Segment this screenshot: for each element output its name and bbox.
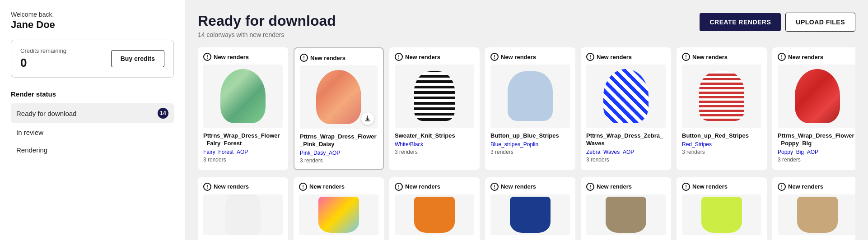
garment-image (508, 71, 553, 121)
product-sub-p3: White/Black (395, 141, 474, 148)
product-sub-p2: Pink_Dasy_AOP (300, 150, 378, 156)
product-card-p6[interactable]: ! New renders Button_up_Red_Stripes Red_… (677, 47, 767, 170)
product-image-p8 (203, 194, 283, 235)
new-renders-badge: ! New renders (299, 183, 378, 191)
sidebar: Welcome back, Jane Doe Credits remaining… (0, 0, 185, 240)
product-name-p6: Button_up_Red_Stripes (682, 132, 761, 140)
sidebar-item-in-review[interactable]: In review (11, 124, 174, 141)
new-renders-badge: ! New renders (300, 54, 378, 62)
new-renders-badge: ! New renders (395, 183, 474, 191)
alert-icon: ! (203, 53, 211, 61)
product-card-p11[interactable]: ! New renders (485, 177, 575, 240)
alert-icon: ! (778, 53, 786, 61)
garment-image (225, 194, 261, 235)
product-image-p1 (203, 65, 283, 128)
product-image-p7 (778, 65, 855, 128)
product-sub-p5: Zebra_Waves_AOP (586, 149, 666, 155)
nav-label-rendering: Rendering (16, 146, 47, 154)
product-card-p5[interactable]: ! New renders Pttrns_Wrap_Dress_Zebra_Wa… (581, 47, 671, 170)
sidebar-item-rendering[interactable]: Rendering (11, 142, 174, 158)
product-card-p13[interactable]: ! New renders (677, 177, 767, 240)
product-renders-p7: 3 renders (778, 157, 855, 163)
new-renders-badge: ! New renders (682, 53, 761, 61)
product-card-p9[interactable]: ! New renders (294, 177, 384, 240)
alert-icon: ! (490, 53, 499, 61)
create-renders-button[interactable]: CREATE RENDERS (700, 13, 781, 31)
garment-image (797, 197, 838, 233)
product-card-p14[interactable]: ! New renders (772, 177, 855, 240)
product-image-p9 (299, 194, 378, 235)
product-name-p7: Pttrns_Wrap_Dress_Flower_Poppy_Big (778, 132, 855, 148)
product-grid-row2: ! New renders ! New renders ! New render… (198, 177, 855, 240)
main-content: Ready for download 14 colorways with new… (185, 0, 868, 240)
alert-icon: ! (586, 183, 594, 191)
garment-image (316, 70, 361, 124)
new-renders-badge: ! New renders (778, 183, 855, 191)
product-card-p2[interactable]: ! New renders Pttrns_Wrap_Dress_Flower_P… (294, 47, 384, 170)
alert-icon: ! (299, 183, 307, 191)
garment-image (699, 71, 744, 121)
alert-icon: ! (300, 54, 308, 62)
product-sub-p7: Poppy_Big_AOP (778, 149, 855, 155)
product-image-p5 (586, 65, 666, 128)
garment-image (318, 197, 359, 233)
sidebar-item-ready-for-download[interactable]: Ready for download 14 (11, 103, 174, 123)
new-renders-badge: ! New renders (586, 53, 666, 61)
garment-image (701, 197, 742, 233)
garment-image (795, 69, 840, 123)
garment-image (510, 197, 551, 233)
new-renders-badge: ! New renders (203, 53, 283, 61)
product-card-p7[interactable]: ! New renders Pttrns_Wrap_Dress_Flower_P… (772, 47, 855, 170)
alert-icon: ! (490, 183, 499, 191)
product-name-p3: Sweater_Knit_Stripes (395, 132, 474, 140)
user-name: Jane Doe (11, 19, 174, 31)
product-image-p3 (395, 65, 474, 128)
header-buttons: CREATE RENDERS UPLOAD FILES (700, 13, 855, 32)
product-card-p8[interactable]: ! New renders (198, 177, 288, 240)
garment-image (606, 197, 646, 233)
new-renders-badge: ! New renders (203, 183, 283, 191)
credits-value: 0 (20, 56, 66, 70)
render-status-label: Render status (11, 90, 174, 98)
product-image-p4 (490, 65, 570, 128)
product-renders-p5: 3 renders (586, 157, 666, 163)
new-renders-badge: ! New renders (490, 183, 570, 191)
product-grid-row1: ! New renders Pttrns_Wrap_Dress_Flower_F… (198, 47, 855, 174)
product-card-p10[interactable]: ! New renders (389, 177, 480, 240)
new-renders-badge: ! New renders (586, 183, 666, 191)
garment-image (603, 69, 649, 123)
garment-image (220, 69, 266, 123)
nav-badge-ready: 14 (158, 108, 168, 119)
upload-files-button[interactable]: UPLOAD FILES (785, 13, 855, 32)
page-title: Ready for download (198, 13, 336, 29)
product-renders-p3: 3 renders (395, 149, 474, 155)
download-icon (361, 112, 374, 125)
product-image-p10 (395, 194, 474, 235)
buy-credits-button[interactable]: Buy credits (111, 50, 164, 67)
product-name-p4: Button_up_Blue_Stripes (490, 132, 570, 140)
product-card-p12[interactable]: ! New renders (581, 177, 671, 240)
alert-icon: ! (586, 53, 594, 61)
product-sub-p1: Fairy_Forest_AOP (203, 149, 283, 155)
product-renders-p1: 3 renders (203, 157, 283, 163)
product-image-p11 (490, 194, 570, 235)
product-card-p4[interactable]: ! New renders Button_up_Blue_Stripes Blu… (485, 47, 575, 170)
product-card-p3[interactable]: ! New renders Sweater_Knit_Stripes White… (389, 47, 480, 170)
garment-image (414, 71, 455, 121)
product-name-p1: Pttrns_Wrap_Dress_Flower_Fairy_Forest (203, 132, 283, 148)
product-renders-p4: 3 renders (490, 149, 570, 155)
new-renders-badge: ! New renders (778, 53, 855, 61)
product-card-p1[interactable]: ! New renders Pttrns_Wrap_Dress_Flower_F… (198, 47, 288, 170)
product-sub-p6: Red_Stripes (682, 141, 761, 148)
product-renders-p6: 3 renders (682, 149, 761, 155)
product-image-p14 (778, 194, 855, 235)
product-sub-p4: Blue_stripes_Poplin (490, 141, 570, 148)
credits-box: Credits remaining 0 Buy credits (11, 40, 174, 78)
welcome-text: Welcome back, (11, 11, 174, 18)
alert-icon: ! (682, 183, 690, 191)
nav-label-in-review: In review (16, 129, 43, 136)
product-name-p2: Pttrns_Wrap_Dress_Flower_Pink_Daisy (300, 133, 378, 148)
product-image-p6 (682, 65, 761, 128)
product-image-p12 (586, 194, 666, 235)
alert-icon: ! (682, 53, 690, 61)
